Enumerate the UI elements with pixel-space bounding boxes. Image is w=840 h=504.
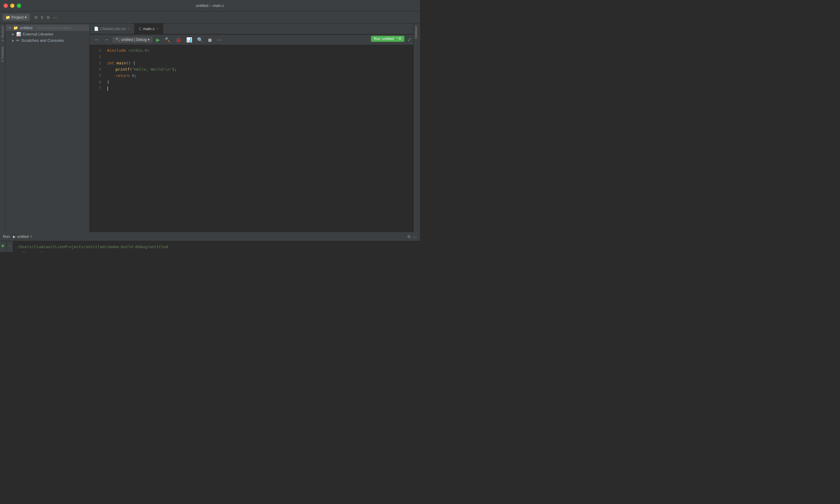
folder-icon: 📁 bbox=[5, 15, 10, 20]
minimize-button[interactable] bbox=[10, 4, 14, 8]
cmake-file-icon: 📄 bbox=[94, 26, 99, 31]
build-icon[interactable]: 🔨 bbox=[163, 36, 172, 43]
tree-item-scratches[interactable]: ▶ ✏ Scratches and Consoles bbox=[5, 37, 89, 43]
tab-main-c[interactable]: C main.c ✕ bbox=[135, 23, 163, 34]
expand-arrow: ▼ bbox=[8, 26, 12, 30]
tab-close-cmake[interactable]: ✕ bbox=[127, 27, 130, 31]
close-run-icon[interactable]: — bbox=[413, 234, 417, 239]
close-button[interactable] bbox=[4, 4, 8, 8]
sidebar: ▼ 📁 untitled ~/CLionProjects/untitled ▶ … bbox=[5, 23, 90, 232]
tab-cmakelists-label: CMakeLists.txt bbox=[100, 26, 126, 31]
run-toolbar: ← → 🔨 untitled | Debug ▾ ▶ 🔨 🐞 📊 🔍 ◼ ⋯ R… bbox=[90, 34, 414, 45]
structure-label[interactable]: 2: Structure bbox=[0, 23, 5, 44]
project-tab-label: Project bbox=[12, 15, 23, 20]
code-line-3: int main() { bbox=[107, 60, 410, 67]
database-label[interactable]: Database bbox=[414, 23, 418, 41]
left-activity-bar: 2: Structure 2: Favorites bbox=[0, 23, 5, 232]
forward-icon[interactable]: → bbox=[103, 36, 110, 43]
line-num-1: 1 bbox=[90, 48, 101, 54]
run-untitled-label: Run 'untitled' bbox=[374, 37, 395, 41]
terminal-path-line: /Users/liumiao/CLionProjects/untitled/cm… bbox=[17, 244, 416, 250]
code-line-7 bbox=[107, 85, 410, 92]
scroll-up-icon[interactable]: ↑ bbox=[8, 242, 12, 249]
stop-icon[interactable]: ◼ bbox=[207, 36, 213, 43]
coverage-icon[interactable]: 📊 bbox=[185, 36, 193, 43]
scratches-label: Scratches and Consoles bbox=[21, 38, 64, 43]
run-shortcut: ⌃R bbox=[396, 37, 401, 41]
run-config-selector[interactable]: 🔨 untitled | Debug ▾ bbox=[112, 37, 153, 43]
tab-close-mainc[interactable]: ✕ bbox=[156, 27, 159, 31]
line-num-4: 4 bbox=[90, 67, 101, 73]
editor-tabs: 📄 CMakeLists.txt ✕ C main.c ✕ bbox=[90, 23, 414, 34]
line-numbers: 1 2 ▶ 3 4 5 6 7 bbox=[90, 45, 104, 232]
sync-icon[interactable]: ⚙ bbox=[34, 15, 38, 20]
tree-item-project[interactable]: ▼ 📁 untitled ~/CLionProjects/untitled bbox=[5, 25, 89, 31]
line-num-6: 6 bbox=[90, 79, 101, 85]
debug-icon[interactable]: 🐞 bbox=[174, 36, 182, 43]
run-config-label: untitled | Debug bbox=[121, 38, 146, 42]
maximize-button[interactable] bbox=[17, 4, 21, 8]
external-libs-label: External Libraries bbox=[23, 32, 53, 36]
scratch-icon: ✏ bbox=[16, 38, 20, 43]
window-title: untitled – main.c bbox=[196, 3, 224, 8]
play-bottom-icon[interactable]: ▶ bbox=[1, 242, 6, 249]
run-label: Run: bbox=[3, 235, 11, 239]
c-file-icon: C bbox=[139, 26, 141, 31]
chevron-down-icon: ▾ bbox=[25, 15, 27, 20]
run-header-left: Run: ▶ untitled ✕ bbox=[3, 235, 33, 239]
more-icon[interactable]: ⋯ bbox=[215, 36, 223, 43]
editor-area: 📄 CMakeLists.txt ✕ C main.c ✕ ← → 🔨 unti… bbox=[90, 23, 414, 232]
line-num-2: 2 bbox=[90, 54, 101, 60]
terminal-hello-text: Hello, World! bbox=[17, 251, 48, 252]
settings-icon[interactable]: ⚙ bbox=[46, 15, 50, 20]
main-layout: 2: Structure 2: Favorites ▼ 📁 untitled ~… bbox=[0, 23, 420, 232]
right-panel: Database bbox=[414, 23, 420, 232]
project-tree: ▼ 📁 untitled ~/CLionProjects/untitled ▶ … bbox=[5, 23, 89, 232]
project-path: ~/CLionProjects/untitled bbox=[36, 26, 71, 30]
terminal-path-text: /Users/liumiao/CLionProjects/untitled/cm… bbox=[17, 245, 168, 249]
valgrind-icon[interactable]: 🔍 bbox=[196, 36, 204, 43]
title-bar: untitled – main.c bbox=[0, 0, 420, 12]
code-editor[interactable]: 1 2 ▶ 3 4 5 6 7 #include <stdio.h> int m… bbox=[90, 45, 414, 232]
folder-icon: 📁 bbox=[13, 25, 18, 30]
lib-icon: 📊 bbox=[16, 32, 21, 36]
code-line-2 bbox=[107, 54, 410, 60]
stop-bottom-icon[interactable]: ◼ bbox=[1, 250, 6, 252]
tab-mainc-label: main.c bbox=[143, 26, 155, 31]
expand-arrow: ▶ bbox=[12, 39, 14, 42]
code-line-5: return 0; bbox=[107, 73, 410, 79]
run-untitled-badge[interactable]: Run 'untitled' ⌃R bbox=[371, 36, 404, 42]
run-icon[interactable]: ▶ bbox=[155, 36, 161, 43]
window-controls bbox=[4, 4, 21, 8]
project-tab[interactable]: 📁 Project ▾ bbox=[2, 14, 30, 21]
run-tab[interactable]: ▶ untitled ✕ bbox=[13, 235, 33, 239]
project-name: untitled bbox=[20, 25, 33, 30]
settings-run-icon[interactable]: ⚙ bbox=[407, 234, 411, 239]
config-icon: 🔨 bbox=[116, 38, 120, 42]
terminal-output: /Users/liumiao/CLionProjects/untitled/cm… bbox=[13, 241, 420, 252]
check-icon: ✓ bbox=[407, 36, 412, 43]
code-content[interactable]: #include <stdio.h> int main() { printf("… bbox=[104, 45, 414, 232]
terminal-hello-line: Hello, World! bbox=[17, 250, 416, 252]
chevron-down-icon: ▾ bbox=[148, 38, 150, 42]
line-num-3: ▶ 3 bbox=[90, 60, 101, 67]
bottom-content: ▶ ◼ ↑ ↓ ▦ ↩ 📌 🖨 🗑 /Users/liumiao/CLionPr… bbox=[0, 241, 420, 252]
scroll-down-icon[interactable]: ↓ bbox=[8, 250, 12, 252]
bottom-left-bar: ▶ ◼ bbox=[0, 241, 6, 252]
tab-cmakelists[interactable]: 📄 CMakeLists.txt ✕ bbox=[90, 23, 135, 34]
run-tab-name: untitled bbox=[17, 235, 29, 239]
run-header-right: ⚙ — bbox=[407, 234, 417, 239]
collapse-icon[interactable]: — bbox=[53, 15, 57, 20]
top-toolbar: 📁 Project ▾ ⚙ ⇅ ⚙ — bbox=[0, 12, 420, 23]
run-tab-icon: ▶ bbox=[13, 235, 16, 239]
expand-arrow: ▶ bbox=[12, 33, 14, 36]
sort-icon[interactable]: ⇅ bbox=[40, 15, 44, 20]
code-line-6: } bbox=[107, 79, 410, 85]
line-num-5: 5 bbox=[90, 73, 101, 79]
back-icon[interactable]: ← bbox=[93, 36, 101, 43]
code-line-4: printf("Hello, World!\n"); bbox=[107, 67, 410, 73]
tree-item-external-libs[interactable]: ▶ 📊 External Libraries bbox=[5, 31, 89, 37]
run-header: Run: ▶ untitled ✕ ⚙ — bbox=[0, 232, 420, 241]
favorites-label[interactable]: 2: Favorites bbox=[0, 44, 5, 64]
run-tab-close[interactable]: ✕ bbox=[30, 235, 33, 238]
